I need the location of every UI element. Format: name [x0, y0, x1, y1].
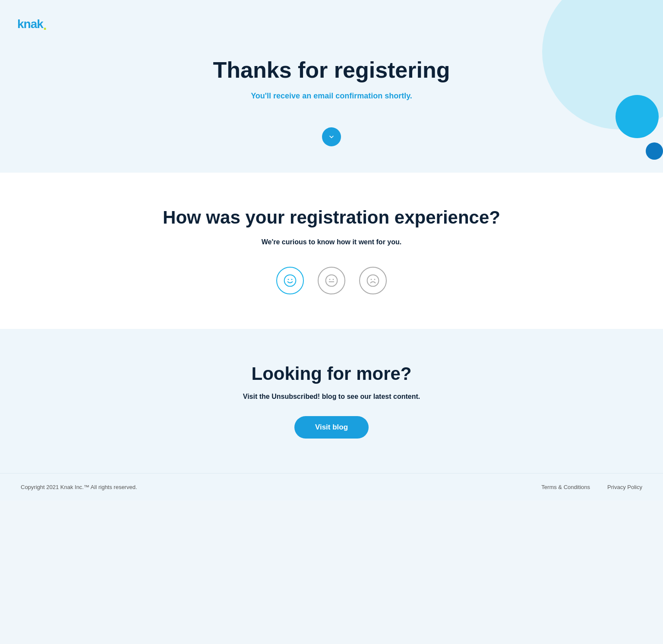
logo-text: knak	[17, 17, 43, 31]
neutral-face-icon	[325, 274, 338, 287]
footer: Copyright 2021 Knak Inc.™ All rights res…	[0, 473, 663, 501]
feedback-desc: We're curious to know how it went for yo…	[9, 238, 654, 246]
more-desc: Visit the Unsubscribed! blog to see our …	[9, 393, 654, 401]
visit-blog-button[interactable]: Visit blog	[294, 416, 369, 439]
feedback-section: How was your registration experience? We…	[0, 173, 663, 329]
neutral-emoji-button[interactable]	[318, 267, 345, 294]
svg-point-6	[333, 279, 334, 280]
svg-point-5	[329, 279, 331, 280]
more-section: Looking for more? Visit the Unsubscribed…	[0, 329, 663, 473]
footer-links: Terms & Conditions Privacy Policy	[541, 484, 642, 490]
sad-emoji-button[interactable]	[359, 267, 387, 294]
sad-face-icon	[366, 274, 380, 287]
svg-point-2	[291, 279, 293, 280]
chevron-down-icon	[327, 133, 336, 141]
svg-point-7	[367, 275, 379, 287]
scroll-down-button[interactable]	[322, 127, 341, 146]
page-title: Thanks for registering	[0, 57, 663, 83]
svg-point-8	[371, 279, 372, 280]
logo[interactable]: knak .	[17, 17, 47, 31]
happy-emoji-button[interactable]	[276, 267, 304, 294]
happy-face-icon	[283, 274, 297, 287]
svg-point-3	[326, 275, 338, 287]
svg-point-0	[284, 275, 296, 287]
svg-point-1	[288, 279, 289, 280]
svg-point-9	[374, 279, 376, 280]
more-title: Looking for more?	[9, 363, 654, 384]
copyright-text: Copyright 2021 Knak Inc.™ All rights res…	[21, 484, 137, 490]
privacy-policy-link[interactable]: Privacy Policy	[607, 484, 642, 490]
deco-circle-small	[646, 142, 663, 160]
hero-subtitle: You'll receive an email confirmation sho…	[0, 92, 663, 101]
emoji-row	[9, 267, 654, 294]
hero-section: knak . Thanks for registering You'll rec…	[0, 0, 663, 173]
feedback-title: How was your registration experience?	[9, 207, 654, 228]
terms-conditions-link[interactable]: Terms & Conditions	[541, 484, 590, 490]
